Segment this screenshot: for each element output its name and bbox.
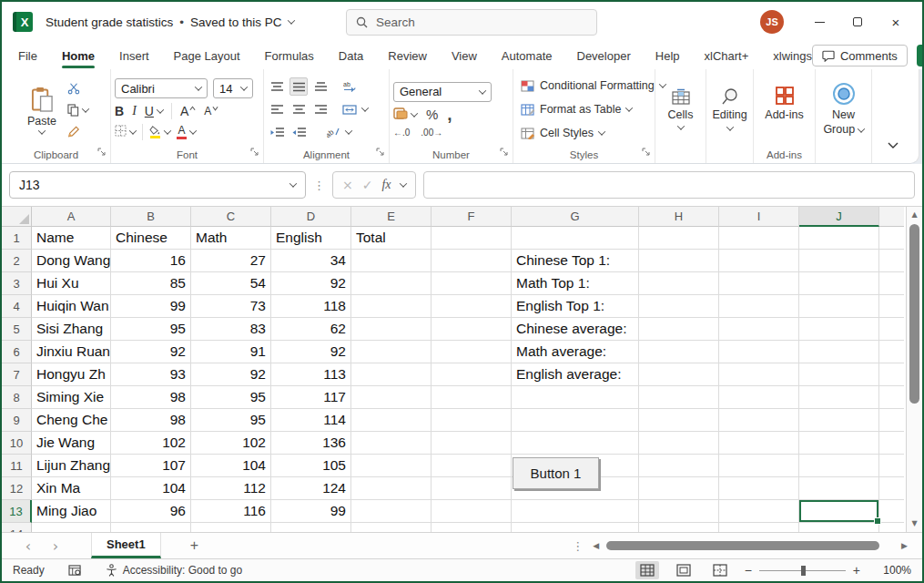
increase-decimal-button[interactable]: ←.0 [393, 128, 410, 138]
editing-button[interactable]: Editing [710, 74, 749, 147]
cell-E2[interactable] [351, 250, 432, 272]
cell-H7[interactable] [639, 363, 719, 386]
cell-C14[interactable] [191, 523, 271, 532]
orientation-button[interactable]: ab [324, 123, 342, 141]
previous-sheet-button[interactable]: ‹ [15, 537, 42, 555]
row-header-12[interactable]: 12 [2, 477, 32, 500]
cell-F9[interactable] [432, 409, 512, 432]
cell-C1[interactable]: Math [191, 227, 271, 250]
cell-I12[interactable] [719, 477, 799, 500]
cell-D6[interactable]: 92 [271, 341, 351, 363]
row-header-11[interactable]: 11 [2, 455, 32, 477]
cell-F11[interactable] [432, 455, 512, 477]
chevron-down-icon[interactable] [345, 127, 352, 134]
cell-C4[interactable]: 73 [191, 295, 271, 318]
column-header-H[interactable]: H [639, 207, 719, 227]
cell-A12[interactable]: Xin Ma [32, 477, 111, 500]
cell-I10[interactable] [719, 432, 799, 455]
cell-C12[interactable]: 112 [191, 477, 271, 500]
search-input[interactable]: Search [346, 9, 597, 36]
cell-J3[interactable] [799, 272, 879, 295]
cell-E6[interactable] [351, 341, 432, 363]
cell-G1[interactable] [512, 227, 639, 250]
format-as-table-button[interactable]: Format as Table [521, 100, 632, 119]
next-sheet-button[interactable]: › [42, 537, 69, 555]
cell-J11[interactable] [799, 455, 879, 477]
cell-H4[interactable] [639, 295, 719, 318]
cell-D12[interactable]: 124 [271, 477, 351, 500]
cell-F6[interactable] [432, 341, 512, 363]
cell-D8[interactable]: 117 [271, 386, 351, 409]
cell-E13[interactable] [351, 500, 432, 523]
cell-G2[interactable]: Chinese Top 1: [512, 250, 639, 272]
cell-H6[interactable] [639, 341, 719, 363]
tab-page-layout[interactable]: Page Layout [174, 42, 240, 69]
format-painter-button[interactable] [66, 123, 90, 141]
cell-B7[interactable]: 93 [111, 363, 191, 386]
cell-H14[interactable] [639, 523, 719, 532]
font-family-select[interactable]: Calibri [115, 78, 208, 98]
bold-button[interactable]: B [115, 104, 124, 118]
row-header-14[interactable]: 14 [2, 523, 32, 532]
scroll-right-icon[interactable]: ▶ [901, 541, 908, 550]
cell-G10[interactable] [512, 432, 639, 455]
decrease-font-button[interactable]: A [204, 105, 218, 118]
cell-J12[interactable] [799, 477, 879, 500]
cell-H11[interactable] [639, 455, 719, 477]
paste-button[interactable]: Paste [22, 85, 62, 137]
accessibility-status[interactable]: Accessibility: Good to go [106, 564, 242, 577]
cells-button[interactable]: Cells [659, 74, 702, 147]
cell-D5[interactable]: 62 [271, 318, 351, 341]
cell-D11[interactable]: 105 [271, 455, 351, 477]
cell-G4[interactable]: English Top 1: [512, 295, 639, 318]
tab-help[interactable]: Help [655, 42, 680, 69]
chevron-down-icon[interactable] [411, 109, 418, 117]
row-header-3[interactable]: 3 [2, 272, 32, 295]
row-header-7[interactable]: 7 [2, 363, 32, 386]
cell-G5[interactable]: Chinese average: [512, 318, 639, 341]
page-layout-view-button[interactable] [672, 561, 696, 579]
cell-F7[interactable] [432, 363, 512, 386]
column-header-J[interactable]: J [799, 207, 879, 227]
sheet-tab-sheet1[interactable]: Sheet1 [91, 533, 161, 558]
cell-A8[interactable]: Siming Xie [32, 386, 111, 409]
cell-I8[interactable] [719, 386, 799, 409]
cell-A11[interactable]: Lijun Zhang [32, 455, 111, 477]
cell-G6[interactable]: Math average: [512, 341, 639, 363]
cell-H9[interactable] [639, 409, 719, 432]
cell-C6[interactable]: 91 [191, 341, 271, 363]
column-header-G[interactable]: G [512, 207, 639, 227]
drag-handle-icon[interactable]: ⋮ [313, 179, 325, 192]
cell-A4[interactable]: Huiqin Wan [32, 295, 111, 318]
cell-H5[interactable] [639, 318, 719, 341]
document-title[interactable]: Student grade statistics • Saved to this… [46, 15, 294, 29]
minimize-button[interactable] [800, 7, 838, 36]
horizontal-scroll-track[interactable] [604, 540, 896, 551]
close-button[interactable]: × [877, 7, 915, 36]
row-header-10[interactable]: 10 [2, 432, 32, 455]
cell-E10[interactable] [351, 432, 432, 455]
align-center-button[interactable] [289, 100, 308, 118]
share-button[interactable] [917, 45, 924, 66]
vertical-scroll-thumb[interactable] [909, 224, 919, 404]
cell-H8[interactable] [639, 386, 719, 409]
cell-I11[interactable] [719, 455, 799, 477]
merge-center-button[interactable] [340, 100, 359, 118]
cell-I6[interactable] [719, 341, 799, 363]
cell-A5[interactable]: Sisi Zhang [32, 318, 111, 341]
cell-B1[interactable]: Chinese [111, 227, 191, 250]
cell-F2[interactable] [432, 250, 512, 272]
macro-record-button[interactable] [68, 565, 82, 577]
row-header-4[interactable]: 4 [2, 295, 32, 318]
borders-button[interactable] [115, 124, 127, 140]
column-header-B[interactable]: B [111, 207, 191, 227]
cell-H13[interactable] [639, 500, 719, 523]
cell-B11[interactable]: 107 [111, 455, 191, 477]
cell-F8[interactable] [432, 386, 512, 409]
zoom-slider-thumb[interactable] [801, 566, 806, 576]
insert-function-button[interactable]: fx [381, 178, 391, 192]
cell-G3[interactable]: Math Top 1: [512, 272, 639, 295]
tab-automate[interactable]: Automate [502, 42, 553, 69]
cell-B4[interactable]: 99 [111, 295, 191, 318]
wrap-text-button[interactable]: ab [340, 77, 359, 96]
